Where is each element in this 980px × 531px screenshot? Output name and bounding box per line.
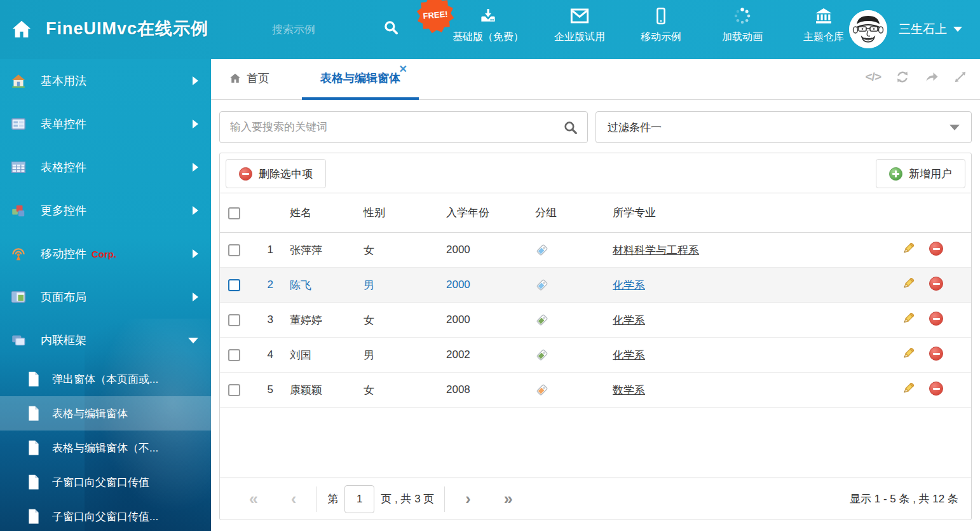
chevron-down-icon bbox=[949, 125, 960, 130]
row-checkbox[interactable] bbox=[228, 244, 240, 256]
delete-row-icon[interactable] bbox=[929, 312, 943, 326]
refresh-icon[interactable] bbox=[895, 69, 910, 85]
grid-toolbar: 删除选中项 新增用户 bbox=[220, 153, 971, 193]
sidebar-subitem[interactable]: 表格与编辑窗体 bbox=[0, 396, 211, 431]
delete-row-icon[interactable] bbox=[929, 382, 943, 396]
table-row[interactable]: 1 张萍萍 女 2000 材料科学与工程系 bbox=[220, 233, 971, 268]
delete-row-icon[interactable] bbox=[929, 277, 943, 291]
edit-pencil-icon[interactable] bbox=[901, 381, 916, 396]
sidebar-item-page-layout[interactable]: 页面布局 bbox=[0, 275, 211, 319]
avatar[interactable] bbox=[849, 10, 887, 48]
chevron-down-icon bbox=[953, 27, 962, 32]
delete-row-icon[interactable] bbox=[929, 347, 943, 361]
sidebar-subitem[interactable]: 子窗口向父窗口传值 bbox=[0, 465, 211, 499]
edit-pencil-icon[interactable] bbox=[901, 311, 916, 326]
table-row[interactable]: 3 董婷婷 女 2000 化学系 bbox=[220, 303, 971, 338]
first-page-icon[interactable]: « bbox=[233, 490, 275, 508]
add-user-button[interactable]: 新增用户 bbox=[876, 159, 965, 188]
keyword-search-input[interactable] bbox=[219, 111, 588, 143]
page-number-input[interactable] bbox=[344, 485, 374, 513]
select-all-checkbox[interactable] bbox=[228, 207, 240, 219]
tag-icon bbox=[535, 278, 602, 292]
sidebar-submenu: 弹出窗体（本页面或... 表格与编辑窗体 表格与编辑窗体（不... 子窗口向父窗… bbox=[0, 362, 211, 531]
home-tab-icon bbox=[229, 72, 242, 85]
nav-loading-anim[interactable]: 加载动画 bbox=[717, 6, 768, 44]
pagination-bar: « ‹ 第 页 , 共 3 页 › » 显示 1 - 5 条 , 共 12 条 bbox=[220, 478, 971, 520]
row-checkbox[interactable] bbox=[228, 349, 240, 361]
maximize-icon[interactable] bbox=[953, 70, 967, 84]
delete-selected-button[interactable]: 删除选中项 bbox=[226, 159, 326, 188]
chevron-right-icon bbox=[193, 206, 198, 215]
sidebar-subitem[interactable]: 子窗口向父窗口传值... bbox=[0, 499, 211, 531]
antenna-icon bbox=[10, 245, 27, 262]
file-icon bbox=[27, 474, 41, 490]
header-nav: FREE! 基础版（免费） 企业版试用 bbox=[453, 6, 849, 44]
tab-grid-edit-window[interactable]: 表格与编辑窗体 ✕ bbox=[302, 59, 419, 100]
next-page-icon[interactable]: › bbox=[449, 490, 487, 508]
search-icon[interactable] bbox=[562, 120, 578, 135]
chevron-right-icon bbox=[193, 120, 198, 128]
tab-strip: 首页 表格与编辑窗体 ✕ </> bbox=[211, 59, 980, 100]
nav-enterprise-trial[interactable]: 企业版试用 bbox=[554, 6, 605, 44]
frames-icon bbox=[10, 332, 27, 348]
close-icon[interactable]: ✕ bbox=[399, 63, 407, 75]
top-header: FineUIMvc在线示例 FREE! 基础版（免费） bbox=[0, 0, 980, 59]
prev-page-icon[interactable]: ‹ bbox=[275, 490, 313, 508]
nav-theme-store[interactable]: 主题仓库 bbox=[798, 6, 849, 44]
file-icon bbox=[27, 405, 41, 422]
row-number: 5 bbox=[249, 373, 280, 408]
row-checkbox[interactable] bbox=[228, 279, 240, 291]
tab-home[interactable]: 首页 bbox=[229, 71, 269, 86]
table-row[interactable]: 4 刘国 男 2002 化学系 bbox=[220, 338, 971, 373]
sidebar-item-inline-frames[interactable]: 内联框架 bbox=[0, 319, 211, 362]
col-year: 入学年份 bbox=[436, 193, 525, 233]
tag-icon bbox=[535, 348, 602, 362]
chevron-right-icon bbox=[193, 163, 198, 172]
edit-pencil-icon[interactable] bbox=[901, 241, 916, 256]
major-link[interactable]: 化学系 bbox=[613, 349, 645, 361]
sidebar-item-form-controls[interactable]: 表单控件 bbox=[0, 102, 211, 146]
sidebar-item-basic-usage[interactable]: 基本用法 bbox=[0, 59, 211, 102]
major-link[interactable]: 化学系 bbox=[613, 279, 645, 291]
major-link[interactable]: 材料科学与工程系 bbox=[613, 244, 699, 256]
table-icon bbox=[10, 159, 27, 176]
last-page-icon[interactable]: » bbox=[487, 490, 529, 508]
major-link[interactable]: 数学系 bbox=[613, 384, 645, 396]
sidebar-item-more-controls[interactable]: 更多控件 bbox=[0, 189, 211, 232]
source-code-icon[interactable]: </> bbox=[866, 70, 881, 84]
table-row[interactable]: 2 陈飞 男 2000 化学系 bbox=[220, 268, 971, 303]
user-grid-panel: 删除选中项 新增用户 姓名 性别 入学年份 分组 bbox=[219, 153, 972, 520]
plus-circle-icon bbox=[889, 167, 902, 181]
record-count-info: 显示 1 - 5 条 , 共 12 条 bbox=[850, 492, 958, 506]
nav-mobile-demo[interactable]: 移动示例 bbox=[636, 6, 686, 44]
row-number: 3 bbox=[249, 303, 280, 338]
filter-dropdown[interactable]: 过滤条件一 bbox=[595, 111, 972, 143]
app-title: FineUIMvc在线示例 bbox=[46, 17, 208, 40]
delete-row-icon[interactable] bbox=[929, 242, 943, 256]
header-search-input[interactable] bbox=[272, 19, 374, 41]
open-new-window-icon[interactable] bbox=[924, 69, 939, 85]
edit-pencil-icon[interactable] bbox=[901, 346, 916, 361]
sidebar-item-grid-controls[interactable]: 表格控件 bbox=[0, 146, 211, 189]
table-row[interactable]: 5 康颖颖 女 2008 数学系 bbox=[220, 373, 971, 408]
row-checkbox[interactable] bbox=[228, 314, 240, 326]
row-number: 1 bbox=[249, 233, 280, 268]
row-checkbox[interactable] bbox=[228, 384, 240, 396]
major-link[interactable]: 化学系 bbox=[613, 314, 645, 326]
cubes-icon bbox=[10, 202, 27, 219]
sidebar: 基本用法 表单控件 表格控件 更多控件 移动控件 Corp. 页面布局 bbox=[0, 59, 211, 531]
edit-pencil-icon[interactable] bbox=[901, 276, 916, 291]
download-icon bbox=[479, 6, 498, 25]
sidebar-subitem[interactable]: 弹出窗体（本页面或... bbox=[0, 362, 211, 396]
user-menu[interactable]: 三生石上 bbox=[899, 21, 962, 38]
col-gender: 性别 bbox=[353, 193, 436, 233]
bank-icon bbox=[813, 6, 834, 25]
row-number: 4 bbox=[249, 338, 280, 373]
envelope-icon bbox=[569, 6, 590, 25]
home-icon[interactable] bbox=[10, 18, 33, 41]
sidebar-item-mobile-controls[interactable]: 移动控件 Corp. bbox=[0, 232, 211, 275]
sidebar-subitem[interactable]: 表格与编辑窗体（不... bbox=[0, 431, 211, 465]
chevron-right-icon bbox=[193, 76, 198, 85]
nav-basic-free[interactable]: FREE! 基础版（免费） bbox=[453, 6, 524, 44]
header-search-icon[interactable] bbox=[383, 19, 399, 36]
